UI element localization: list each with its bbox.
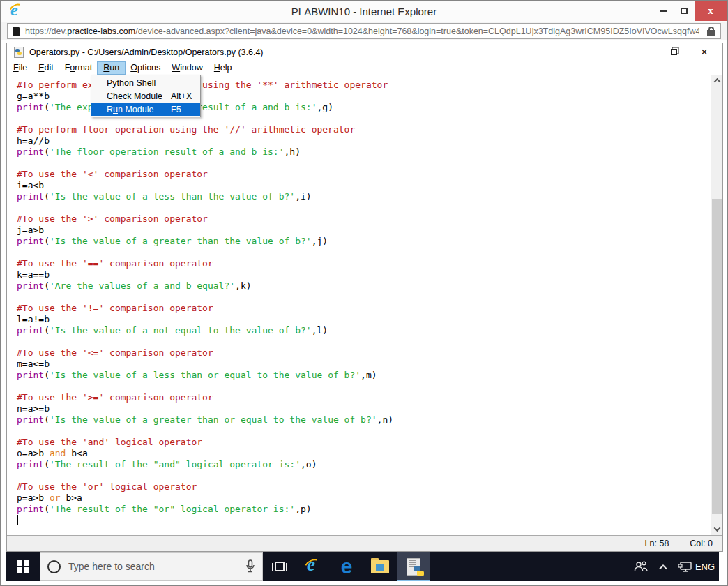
idle-titlebar[interactable]: Operators.py - C:/Users/Admin/Desktop/Op… [7,43,722,61]
python-idle-task-button[interactable] [397,552,430,581]
cortana-ring-icon [47,560,61,573]
task-view-icon [272,562,287,571]
chevron-down-icon [714,525,721,532]
edge-task-button[interactable]: e [330,552,363,581]
menu-format[interactable]: Format [59,62,98,74]
browser-window: e PLABWIN10 - Internet Explorer x https:… [0,0,728,586]
menu-item-python-shell[interactable]: Python Shell [91,76,200,89]
people-icon [633,561,649,572]
minimize-icon [639,52,646,53]
url-domain: practice-labs.com [67,27,135,36]
idle-restore-button[interactable] [658,43,689,61]
code-line: l=a!=b [17,314,711,325]
browser-minimize-button[interactable] [653,1,674,21]
code-line: #To use the 'and' logical operator [17,437,711,448]
page-icon [13,27,20,36]
browser-address-row: https://dev.practice-labs.com/device-adv… [1,22,727,40]
taskbar-search-input[interactable]: Type here to search [40,552,263,581]
code-line: print('Is the value of a not equal to th… [17,325,711,336]
status-line: Ln: 58 [645,539,669,548]
browser-close-button[interactable]: x [695,1,727,21]
editor-area[interactable]: #To perform exponential operation using … [7,75,722,535]
code-line [17,158,711,169]
menu-item-run-module[interactable]: Run ModuleF5 [91,103,200,116]
menu-file[interactable]: File [8,62,33,74]
code-line: print('Is the value of a less than the v… [17,191,711,202]
code-line: #To use the '>' comparison operator [17,213,711,225]
start-button[interactable] [6,552,40,581]
browser-titlebar: e PLABWIN10 - Internet Explorer x [1,1,727,22]
code-line: print('The result of the "or" logical op… [17,504,711,515]
idle-close-button[interactable]: × [689,43,720,61]
close-icon: x [708,5,713,17]
code-line: o=a>b and b<a [17,448,711,459]
code-line: #To use the 'or' logical operator [17,481,711,493]
code-line [17,336,711,347]
menu-window[interactable]: Window [166,62,208,74]
browser-maximize-button[interactable] [674,1,695,21]
maximize-icon [681,8,688,14]
windows-logo-icon [17,560,29,573]
show-hidden-icons-button[interactable] [652,552,674,581]
code-line: print('Is the value of a greater than or… [17,414,711,426]
close-icon: × [701,46,708,58]
idle-minimize-button[interactable] [628,43,658,61]
vertical-scrollbar[interactable] [711,75,722,535]
python-idle-icon [407,558,420,576]
file-explorer-task-button[interactable] [363,552,397,581]
code-line: j=a>b [17,225,711,236]
minimize-icon [660,10,667,12]
network-icon [678,560,693,573]
code-line: print('Is the value of a greater than th… [17,236,711,247]
code-line [17,515,711,526]
scroll-down-button[interactable] [711,523,722,535]
taskbar: Type here to search e e [6,552,719,581]
internet-explorer-task-button[interactable]: e [296,552,330,581]
code-line: print('Is the value of a less than or eq… [17,370,711,381]
python-file-icon [14,47,24,58]
code-line: n=a>=b [17,403,711,414]
menu-item-check-module[interactable]: Check ModuleAlt+X [91,89,200,103]
code-line [17,292,711,303]
search-placeholder: Type here to search [68,561,238,572]
code-line [17,381,711,392]
scrollbar-thumb[interactable] [712,199,722,514]
menu-edit[interactable]: Edit [33,62,59,74]
code-line: #To use the '>=' comparison operator [17,392,711,403]
task-view-button[interactable] [263,552,296,581]
restore-icon [671,49,677,55]
text-cursor [17,515,18,525]
menu-run[interactable]: Run [98,62,125,74]
internet-explorer-icon: e [303,557,323,576]
network-button[interactable] [674,552,697,581]
code-line: #To use the '!=' comparison operator [17,303,711,314]
menu-options[interactable]: Options [125,62,166,74]
code-area[interactable]: #To perform exponential operation using … [7,75,711,535]
menu-help[interactable]: Help [208,62,238,74]
code-line: h=a//b [17,135,711,146]
code-line: print('The result of the "and" logical o… [17,459,711,470]
code-line: #To use the '<' comparison operator [17,169,711,180]
language-indicator[interactable]: ENG [697,552,719,581]
people-button[interactable] [630,552,652,581]
code-line: print('Are the values of a and b equal?'… [17,280,711,292]
code-line: m=a<=b [17,359,711,370]
code-line: k=a==b [17,269,711,280]
code-line: print('The floor operation result of a a… [17,146,711,158]
file-explorer-icon [371,560,389,573]
remote-desktop: Operators.py - C:/Users/Admin/Desktop/Op… [1,40,727,585]
chevron-up-icon [659,564,667,572]
lock-icon [707,27,715,36]
scroll-up-button[interactable] [711,75,722,87]
status-bar: Ln: 58 Col: 0 [7,535,722,551]
code-line: #To use the '==' comparison operator [17,258,711,269]
microphone-icon [245,559,255,573]
code-line [17,202,711,213]
edge-icon: e [341,557,353,576]
run-menu-dropdown: Python ShellCheck ModuleAlt+XRun ModuleF… [91,75,201,117]
address-bar[interactable]: https://dev.practice-labs.com/device-adv… [7,23,721,39]
menu-bar: FileEditFormatRunOptionsWindowHelp [7,61,722,75]
url-text[interactable]: https://dev.practice-labs.com/device-adv… [25,27,699,36]
code-line: #To perform floor operation using the '/… [17,124,711,135]
code-line [17,470,711,481]
